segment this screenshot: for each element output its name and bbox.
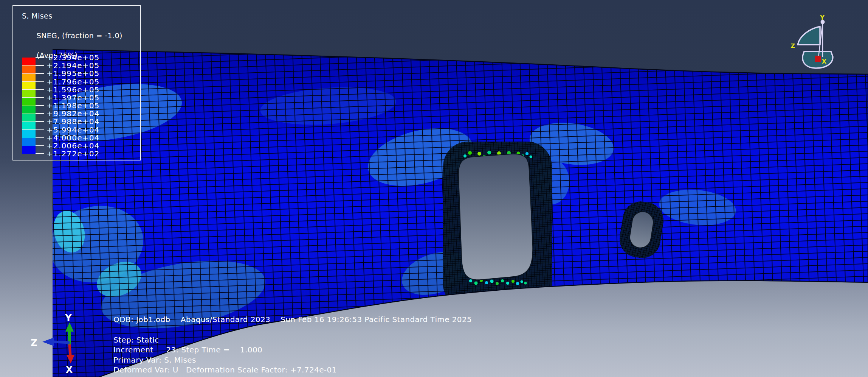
legend-tick-mark — [36, 105, 44, 106]
increment-line: Increment 23: Step Time = 1.000 — [113, 345, 262, 354]
triad-y-label: Y — [65, 313, 72, 323]
x-axis-arrowhead — [67, 355, 74, 363]
abaqus-viewport[interactable]: S, Mises SNEG, (fraction = -1.0) (Avg: 7… — [0, 0, 868, 377]
deformed-var-line: Deformed Var: U Deformation Scale Factor… — [113, 365, 337, 374]
legend-tick-mark — [36, 73, 44, 74]
legend-tick-mark — [36, 113, 44, 114]
legend-tick-mark — [36, 153, 44, 154]
legend-tick-mark — [36, 81, 44, 82]
contour-legend: S, Mises SNEG, (fraction = -1.0) (Avg: 7… — [12, 5, 141, 160]
z-axis-arrow — [53, 342, 70, 343]
legend-tick-mark — [36, 65, 44, 66]
legend-tick-mark — [36, 121, 44, 122]
legend-section-point: SNEG, (fraction = -1.0) — [37, 31, 122, 40]
door-cutout — [459, 154, 533, 280]
primary-var-line: Primary Var: S, Mises — [113, 355, 196, 365]
y-axis-arrowhead — [65, 322, 74, 332]
triad-x-label: X — [66, 365, 73, 375]
legend-ticks: +2.394e+05+2.194e+05+1.995e+05+1.796e+05… — [22, 58, 136, 154]
legend-tick-mark — [36, 137, 44, 138]
view-compass[interactable]: Y Z X — [788, 6, 837, 71]
legend-tick-mark — [36, 129, 44, 130]
compass-sail — [798, 26, 820, 45]
legend-tick-mark — [36, 89, 44, 90]
legend-tick-mark — [36, 97, 44, 98]
triad-z-label: Z — [31, 338, 37, 348]
legend-variable: S, Mises — [22, 12, 53, 20]
odb-title-line: ODB: Job1.odb Abaqus/Standard 2023 Sun F… — [113, 315, 472, 324]
legend-tick-label: +1.272e+02 — [46, 149, 100, 158]
z-axis-arrowhead — [42, 338, 54, 346]
compass-z-label: Z — [790, 42, 795, 50]
compass-origin-marker — [815, 56, 821, 62]
compass-x-label: X — [822, 58, 827, 65]
coordinate-triad: Y Z X — [21, 302, 93, 377]
compass-y-label: Y — [820, 14, 825, 21]
legend-tick-mark — [36, 145, 44, 146]
legend-tick-mark — [36, 57, 44, 58]
x-axis-arrow — [70, 344, 70, 356]
step-line: Step: Static — [113, 335, 159, 344]
